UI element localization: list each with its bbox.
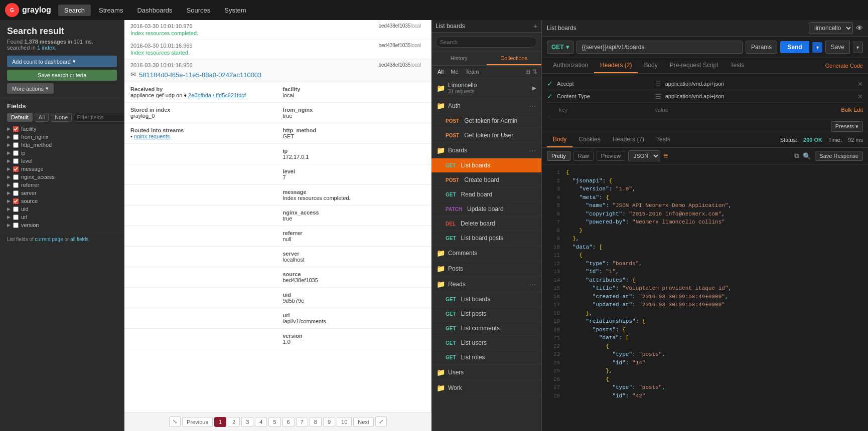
header-menu-icon[interactable]: ☰ (655, 80, 661, 88)
save-dropdown-button[interactable]: ▾ (853, 42, 863, 53)
bulk-edit-link[interactable]: Bulk Edit (841, 107, 863, 113)
pagination-page-4[interactable]: 4 (255, 417, 267, 427)
fields-current-page-link[interactable]: current page (35, 237, 63, 242)
header-delete-icon2[interactable]: ✕ (857, 93, 863, 100)
pagination-page-1[interactable]: 1 (214, 417, 226, 427)
coll-item-posts[interactable]: 📁 Posts (431, 261, 541, 277)
filter-default-button[interactable]: Default (7, 113, 33, 122)
field-checkbox-url[interactable] (13, 214, 19, 220)
tab-history[interactable]: History (431, 52, 487, 65)
send-dropdown-button[interactable]: ▾ (812, 42, 822, 53)
nav-item-streams[interactable]: Streams (93, 5, 129, 16)
content-type-key-input[interactable] (556, 92, 652, 100)
coll-child-delete-board[interactable]: DEL Delete board (431, 217, 541, 231)
field-checkbox-referrer[interactable] (13, 182, 19, 188)
format-preview-button[interactable]: Preview (597, 151, 625, 161)
format-pretty-button[interactable]: Pretty (547, 151, 570, 161)
field-checkbox-message[interactable] (13, 166, 19, 172)
generate-code-link[interactable]: Generate Code (825, 63, 863, 69)
field-expand-icon[interactable]: ▶ (7, 158, 11, 163)
coll-child-update-board[interactable]: PATCH Update board (431, 202, 541, 217)
save-response-button[interactable]: Save Response (815, 151, 863, 161)
field-expand-icon[interactable]: ▶ (7, 223, 11, 228)
filter-me[interactable]: Me (449, 68, 460, 76)
filter-team[interactable]: Team (464, 68, 481, 76)
coll-item-comments[interactable]: 📁 Comments (431, 246, 541, 261)
coll-child-list-boards-active[interactable]: GET List boards (431, 158, 541, 173)
url-input[interactable] (576, 41, 743, 54)
send-button[interactable]: Send (780, 41, 809, 53)
nginx-requests-link[interactable]: nginx requests (134, 133, 170, 139)
field-expand-icon[interactable]: ▶ (7, 134, 11, 139)
field-checkbox-version[interactable] (13, 223, 19, 228)
coll-dots-boards[interactable]: ··· (529, 146, 536, 154)
search-response-icon[interactable]: 🔍 (803, 151, 811, 161)
log-email-link[interactable]: 581184d0-f65e-11e5-88a0-0242ac110003 (139, 71, 261, 79)
tab-collections[interactable]: Collections (487, 52, 542, 65)
meta-index-link[interactable]: 1 index. (37, 45, 57, 51)
save-search-criteria-button[interactable]: Save search criteria (7, 70, 117, 81)
pagination-page-8[interactable]: 8 (310, 417, 322, 427)
filter-all-button[interactable]: All (35, 113, 49, 122)
pagination-page-9[interactable]: 9 (323, 417, 335, 427)
field-expand-icon[interactable]: ▶ (7, 190, 11, 195)
coll-item-auth[interactable]: 📁 Auth ··· (431, 98, 541, 114)
nav-item-dashboards[interactable]: Dashboards (131, 5, 178, 16)
coll-child-read-board[interactable]: GET Read board (431, 187, 541, 202)
field-expand-icon[interactable]: ▶ (7, 182, 11, 187)
field-expand-icon[interactable]: ▶ (7, 142, 11, 147)
filter-all[interactable]: All (436, 68, 446, 76)
coll-child-reads-list-posts[interactable]: GET List posts (431, 307, 541, 321)
fit-icon-left[interactable]: ⤡ (169, 416, 181, 427)
field-expand-icon[interactable]: ▶ (7, 174, 11, 179)
tab-pre-request[interactable]: Pre-request Script (664, 58, 725, 73)
field-expand-icon[interactable]: ▶ (7, 126, 11, 131)
accept-key-input[interactable] (556, 80, 652, 88)
workspace-selector[interactable]: limoncello (809, 22, 853, 34)
coll-item-reads[interactable]: 📁 Reads ··· (431, 277, 541, 292)
coll-item-boards[interactable]: 📁 Boards ··· (431, 143, 541, 158)
add-count-to-dashboard-button[interactable]: Add count to dashboard ▾ (7, 56, 117, 67)
method-selector[interactable]: GET ▾ (547, 41, 573, 54)
right-header-add-icon[interactable]: + (533, 22, 537, 30)
field-checkbox-level[interactable] (13, 158, 19, 164)
fields-all-link[interactable]: all fields (70, 237, 88, 242)
format-raw-button[interactable]: Raw (573, 151, 594, 161)
nav-item-system[interactable]: System (218, 5, 252, 16)
coll-child-get-token-admin[interactable]: POST Get token for Admin (431, 114, 541, 128)
content-type-value-input[interactable] (664, 92, 854, 100)
field-checkbox-facility[interactable] (13, 126, 19, 132)
collections-search-input[interactable] (436, 37, 537, 48)
coll-child-get-token-user[interactable]: POST Get token for User (431, 128, 541, 143)
pagination-page-6[interactable]: 6 (282, 417, 295, 427)
eye-icon[interactable]: 👁 (856, 24, 863, 32)
field-checkbox-source[interactable] (13, 198, 19, 204)
pagination-page-5[interactable]: 5 (268, 417, 280, 427)
nav-item-search[interactable]: Search (58, 5, 91, 16)
accept-value-input[interactable] (664, 80, 854, 88)
header-menu-icon2[interactable]: ☰ (655, 93, 661, 100)
resp-tab-tests[interactable]: Tests (650, 132, 676, 147)
field-expand-icon[interactable]: ▶ (7, 198, 11, 203)
key-placeholder[interactable]: key (558, 105, 651, 115)
field-checkbox-http_method[interactable] (13, 142, 19, 148)
pagination-page-10[interactable]: 10 (337, 417, 352, 427)
coll-item-users[interactable]: 📁 Users (431, 365, 541, 380)
pagination-next[interactable]: Next (353, 417, 374, 427)
tab-body[interactable]: Body (638, 58, 663, 73)
tab-tests[interactable]: Tests (724, 58, 750, 73)
resp-tab-body[interactable]: Body (547, 132, 572, 147)
field-checkbox-server[interactable] (13, 190, 19, 196)
params-button[interactable]: Params (746, 41, 777, 54)
coll-item-limoncello[interactable]: 📁 Limoncello 31 requests ▶ (431, 78, 541, 98)
pagination-page-2[interactable]: 2 (228, 417, 240, 427)
field-checkbox-ip[interactable] (13, 150, 19, 156)
received-by-link[interactable]: 2e0bfbda / ffd5c921fdcf (188, 92, 246, 98)
field-expand-icon[interactable]: ▶ (7, 206, 11, 211)
filter-fields-input[interactable] (74, 113, 124, 122)
field-expand-icon[interactable]: ▶ (7, 150, 11, 155)
coll-child-reads-list-boards[interactable]: GET List boards (431, 292, 541, 307)
field-checkbox-from_nginx[interactable] (13, 134, 19, 140)
resp-tab-headers[interactable]: Headers (7) (607, 132, 650, 147)
tab-authorization[interactable]: Authorization (547, 58, 594, 73)
